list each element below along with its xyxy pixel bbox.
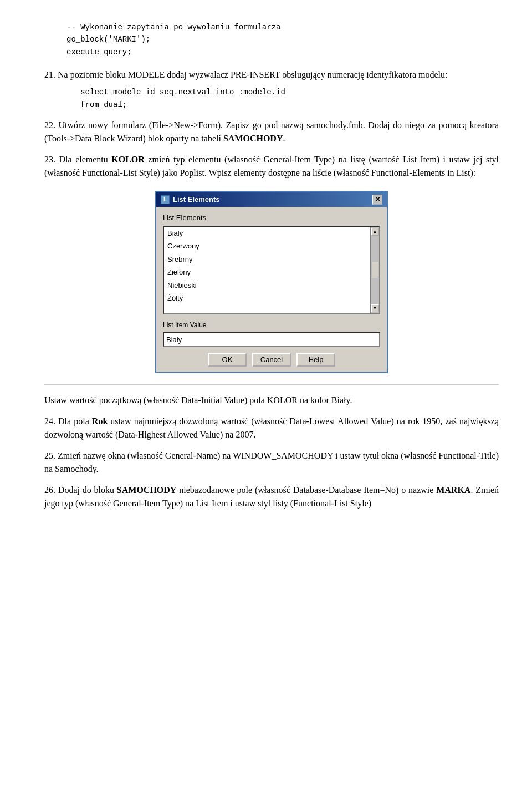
item-23-content: Dla elementu KOLOR zmień typ elementu (w… (44, 155, 499, 177)
item-24-content: Dla pola Rok ustaw najmniejszą dozwoloną… (44, 416, 499, 439)
item-24: 24. Dla pola Rok ustaw najmniejszą dozwo… (44, 415, 499, 441)
value-input[interactable]: Biały (163, 332, 380, 348)
dialog-icon: L (161, 195, 170, 204)
item-24-number: 24. (44, 416, 55, 426)
item-26-content: Dodaj do bloku SAMOCHODY niebazodanowe p… (44, 485, 499, 508)
list-box-wrapper: Biały Czerwony Srebrny Zielony Niebieski… (163, 226, 380, 314)
dialog-title: List Elements (173, 194, 220, 205)
list-elements-label: List Elements (163, 212, 380, 223)
scrollbar: ▲ ▼ (370, 227, 379, 313)
item-22-content: Utwórz nowy formularz (File->New->Form).… (44, 120, 499, 143)
item-23: 23. Dla elementu KOLOR zmień typ element… (44, 153, 499, 408)
item-24-bold-rok: Rok (92, 416, 108, 426)
list-item-zielony[interactable]: Zielony (164, 266, 370, 279)
item-26-bold-samochody: SAMOCHODY (117, 485, 177, 495)
page-content: -- Wykonanie zapytania po wywołaniu form… (44, 21, 499, 510)
item-21-number: 21. (44, 70, 55, 79)
separator-line (44, 384, 499, 385)
item-26: 26. Dodaj do bloku SAMOCHODY niebazodano… (44, 484, 499, 510)
dialog-container: L List Elements ✕ List Elements Biały Cz… (44, 191, 499, 374)
item-23-text: 23. Dla elementu KOLOR zmień typ element… (44, 153, 499, 180)
item-22-bold: SAMOCHODY (223, 134, 283, 143)
scroll-down-button[interactable]: ▼ (371, 304, 379, 312)
list-item-zolty[interactable]: Żółty (164, 292, 370, 305)
dialog-close-button[interactable]: ✕ (372, 195, 382, 205)
item-26-text: 26. Dodaj do bloku SAMOCHODY niebazodano… (44, 484, 499, 510)
help-button[interactable]: Help (296, 353, 335, 367)
item-25-content: Zmień nazwę okna (własność General-Name)… (44, 451, 499, 474)
list-items-area: Biały Czerwony Srebrny Zielony Niebieski… (164, 227, 370, 313)
item-22: 22. Utwórz nowy formularz (File->New->Fo… (44, 119, 499, 145)
ok-button[interactable]: OK (208, 353, 247, 367)
item-21: 21. Na poziomie bloku MODELE dodaj wyzwa… (44, 68, 499, 111)
list-item-bialy[interactable]: Biały (164, 227, 370, 240)
code-block-2: select modele_id_seq.nextval into :model… (66, 86, 499, 111)
value-label: List Item Value (163, 320, 380, 330)
item-23-number: 23. (44, 155, 55, 164)
item-23-bold-kolor: KOLOR (111, 155, 145, 164)
dialog-titlebar: L List Elements ✕ (156, 192, 387, 207)
list-elements-dialog: L List Elements ✕ List Elements Biały Cz… (155, 191, 388, 374)
dialog-buttons: OK Cancel Help (163, 353, 380, 367)
item-22-text: 22. Utwórz nowy formularz (File->New->Fo… (44, 119, 499, 145)
code-block-1: -- Wykonanie zapytania po wywołaniu form… (66, 21, 499, 58)
cancel-button[interactable]: Cancel (252, 353, 291, 367)
scroll-thumb (372, 262, 378, 278)
item-26-bold-marka: MARKA (436, 485, 470, 495)
item-26-number: 26. (44, 485, 55, 495)
list-item-niebieski[interactable]: Niebieski (164, 279, 370, 292)
list-item-srebrny[interactable]: Srebrny (164, 253, 370, 266)
item-25: 25. Zmień nazwę okna (własność General-N… (44, 449, 499, 476)
item-25-text: 25. Zmień nazwę okna (własność General-N… (44, 449, 499, 476)
item-21-text: 21. Na poziomie bloku MODELE dodaj wyzwa… (44, 68, 499, 82)
item-25-number: 25. (44, 451, 55, 460)
dialog-titlebar-left: L List Elements (161, 194, 220, 205)
item-22-number: 22. (44, 120, 55, 130)
item-23-post: Ustaw wartość początkową (własność Data-… (44, 394, 499, 407)
item-21-content: Na poziomie bloku MODELE dodaj wyzwalacz… (58, 70, 447, 79)
dialog-body: List Elements Biały Czerwony Srebrny Zie… (156, 207, 387, 372)
scroll-up-button[interactable]: ▲ (371, 228, 379, 236)
item-24-text: 24. Dla pola Rok ustaw najmniejszą dozwo… (44, 415, 499, 441)
list-item-czerwony[interactable]: Czerwony (164, 240, 370, 253)
code-section-1: -- Wykonanie zapytania po wywołaniu form… (44, 21, 499, 58)
